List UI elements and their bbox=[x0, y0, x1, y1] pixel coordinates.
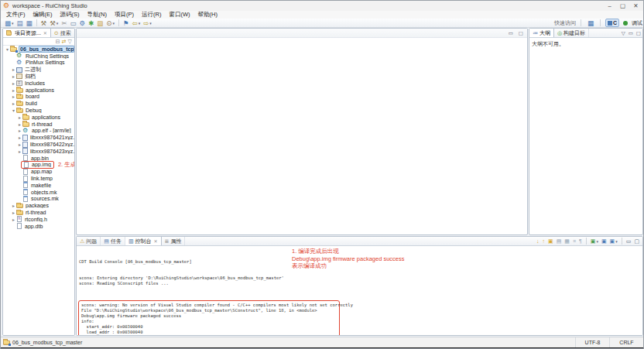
status-encoding[interactable]: UTF-8 bbox=[575, 337, 609, 347]
word-wrap-icon[interactable]: ¶ bbox=[578, 237, 583, 245]
view-menu-icon[interactable]: ▽ bbox=[620, 29, 627, 37]
c-perspective-button[interactable]: C bbox=[605, 19, 619, 27]
next-annotation-icon[interactable]: ↓ bbox=[536, 237, 540, 245]
close-window-button[interactable]: ✕ bbox=[629, 2, 642, 11]
debug-perspective-button[interactable] bbox=[622, 19, 629, 27]
menu-item-0[interactable]: 文件(F) bbox=[2, 11, 29, 19]
new-console-view-icon[interactable]: ▣▾ bbox=[609, 237, 618, 245]
knowledge-center-icon[interactable]: ⚑ bbox=[122, 19, 130, 27]
console-tab-控制台[interactable]: ▥控制台✕ bbox=[125, 237, 162, 245]
tree-item-sources.mk[interactable]: sources.mk bbox=[3, 196, 74, 203]
tree-item-libxxx9876423xyz.a[interactable]: ▸libxxx9876423xyz.a bbox=[3, 148, 74, 155]
tree-item--[interactable]: ▸二进制 bbox=[3, 66, 74, 73]
tree-item-libxxx9876421xyz.a[interactable]: ▸libxxx9876421xyz.a bbox=[3, 134, 74, 141]
tree-item-applications[interactable]: ▸applications bbox=[3, 87, 74, 94]
tree-item--[interactable]: ▸归档 bbox=[3, 73, 74, 80]
tree-item-app.img[interactable]: app.img2. 生成 app.img bbox=[3, 162, 74, 169]
link-with-editor-icon[interactable]: ⇄ bbox=[62, 38, 67, 45]
close-icon[interactable]: ✕ bbox=[43, 30, 47, 36]
back-icon[interactable]: ⇦▾ bbox=[132, 19, 142, 27]
collapsed-arrow-icon[interactable]: ▸ bbox=[17, 142, 22, 147]
tree-item-rt-thread[interactable]: ▸rt-thread bbox=[3, 121, 74, 128]
collapsed-arrow-icon[interactable]: ▸ bbox=[17, 149, 22, 154]
close-icon[interactable]: ✕ bbox=[154, 238, 158, 244]
maximize-view-icon[interactable]: ▢ bbox=[633, 237, 640, 245]
settings-gear-icon[interactable]: ⚙ bbox=[79, 19, 87, 27]
console-tab-任务[interactable]: ▤任务 bbox=[101, 237, 125, 245]
open-resource-icon[interactable]: ▨ bbox=[96, 19, 104, 27]
minimize-view-icon[interactable]: ▭ bbox=[625, 237, 632, 245]
menu-item-3[interactable]: 导航(N) bbox=[84, 11, 111, 19]
maximize-view-icon[interactable]: ▢ bbox=[635, 29, 642, 37]
minimize-view-icon[interactable]: ▭ bbox=[627, 29, 635, 37]
expanded-arrow-icon[interactable]: ▾ bbox=[11, 108, 16, 113]
clear-console-icon[interactable]: ▦ bbox=[564, 237, 570, 245]
run-external-tools-icon[interactable]: ✱ bbox=[87, 19, 94, 27]
tab-outline[interactable]: ≔ 大纲 bbox=[529, 29, 554, 37]
previous-annotation-icon[interactable]: ↑ bbox=[542, 237, 546, 245]
collapsed-arrow-icon[interactable]: ▸ bbox=[17, 128, 22, 133]
build-icon[interactable]: ⚒ bbox=[40, 19, 48, 27]
collapsed-arrow-icon[interactable]: ▸ bbox=[11, 74, 16, 79]
collapsed-arrow-icon[interactable]: ▸ bbox=[11, 94, 16, 99]
tab-build-targets[interactable]: ◎ 构建目标 bbox=[554, 29, 589, 37]
collapse-all-icon[interactable]: ⊟ bbox=[56, 38, 60, 45]
minimize-view-icon[interactable]: ▭ bbox=[507, 29, 515, 38]
expanded-arrow-icon[interactable]: ▾ bbox=[5, 46, 10, 52]
tab-project-explorer[interactable]: 项目资源... ✕ bbox=[3, 29, 51, 37]
collapsed-arrow-icon[interactable]: ▸ bbox=[11, 87, 16, 93]
tree-item-link.temp[interactable]: link.temp bbox=[3, 175, 74, 182]
status-line-ending[interactable]: CRLF bbox=[609, 337, 643, 347]
menu-item-4[interactable]: 项目(P) bbox=[111, 11, 138, 19]
pin-console-icon[interactable]: ▤ bbox=[556, 237, 563, 245]
minimize-window-button[interactable]: – bbox=[603, 2, 616, 11]
tree-item-rtconfig.h[interactable]: ▸rtconfig.h bbox=[3, 216, 74, 223]
menu-item-2[interactable]: 源码(S) bbox=[57, 11, 84, 19]
menu-item-6[interactable]: 窗口(W) bbox=[165, 11, 194, 19]
tree-item-board[interactable]: ▸board bbox=[3, 94, 74, 101]
save-all-icon[interactable]: ▦ bbox=[26, 19, 33, 27]
menu-item-1[interactable]: 编辑(E) bbox=[29, 11, 57, 19]
tree-item-objects.mk[interactable]: objects.mk bbox=[3, 189, 74, 196]
collapsed-arrow-icon[interactable]: ▸ bbox=[11, 210, 16, 215]
collapsed-arrow-icon[interactable]: ▸ bbox=[17, 121, 22, 127]
console-tab-属性[interactable]: ≣属性 bbox=[162, 237, 186, 245]
forward-icon[interactable]: ⇨▾ bbox=[142, 19, 152, 27]
tree-item-includes[interactable]: ▸Includes bbox=[3, 80, 74, 87]
tree-item-app.elf---arm-le-[interactable]: ▸app.elf - [arm/le] bbox=[3, 128, 74, 135]
build-config-icon[interactable]: ⚒▾ bbox=[49, 19, 59, 27]
tab-search[interactable]: ⊙ 搜索 bbox=[51, 29, 75, 37]
display-selected-console-icon[interactable]: ▣ bbox=[601, 237, 608, 245]
collapsed-arrow-icon[interactable]: ▸ bbox=[11, 217, 16, 222]
maximize-view-icon[interactable]: ▢ bbox=[517, 29, 525, 38]
tree-item-debug[interactable]: ▾Debug bbox=[3, 107, 74, 114]
open-console-icon[interactable]: ▣▾ bbox=[590, 237, 599, 245]
tree-item-applications[interactable]: ▸applications bbox=[3, 114, 74, 121]
collapsed-arrow-icon[interactable]: ▸ bbox=[17, 115, 22, 120]
view-menu-icon[interactable]: ▽ bbox=[68, 38, 72, 45]
tree-item-app.dtb[interactable]: app.dtb bbox=[3, 223, 74, 230]
tree-item-makefile[interactable]: makefile bbox=[3, 182, 74, 189]
new-wizard-icon[interactable]: ▩▾ bbox=[4, 19, 15, 27]
collapsed-arrow-icon[interactable]: ▸ bbox=[11, 203, 16, 208]
collapsed-arrow-icon[interactable]: ▸ bbox=[11, 80, 16, 86]
menu-item-7[interactable]: 帮助(H) bbox=[194, 11, 221, 19]
search-icon[interactable]: ⊙▾ bbox=[105, 19, 115, 27]
tree-item-app.map[interactable]: app.map bbox=[3, 168, 74, 175]
tree-item-build[interactable]: ▸build bbox=[3, 100, 74, 107]
tree-item-rt-thread[interactable]: ▸rt-thread bbox=[3, 209, 74, 216]
collapsed-arrow-icon[interactable]: ▸ bbox=[11, 101, 16, 106]
cut-icon[interactable]: ✂ bbox=[60, 19, 67, 27]
console-tab-问题[interactable]: ⚠问题 bbox=[77, 237, 101, 245]
collapsed-arrow-icon[interactable]: ▸ bbox=[17, 135, 22, 140]
save-icon[interactable]: ▤ bbox=[16, 19, 24, 27]
scroll-lock-icon[interactable]: ≡ bbox=[572, 237, 577, 245]
tree-item-ruiching-settings[interactable]: RuiChing Settings bbox=[3, 53, 74, 60]
terminal-icon[interactable]: ▭ bbox=[70, 19, 77, 27]
show-console-on-output-icon[interactable]: ▣ bbox=[547, 237, 554, 245]
quick-access-button[interactable]: 快速访问 bbox=[554, 19, 576, 27]
menu-item-5[interactable]: 运行(R) bbox=[138, 11, 165, 19]
tree-item-06_bus_modbus_tcp_master[interactable]: ▾06_bus_modbus_tcp_master bbox=[3, 46, 74, 53]
tree-item-libxxx9876422xyz.a[interactable]: ▸libxxx9876422xyz.a bbox=[3, 141, 74, 148]
open-perspective-icon[interactable]: ▦ bbox=[587, 19, 594, 27]
